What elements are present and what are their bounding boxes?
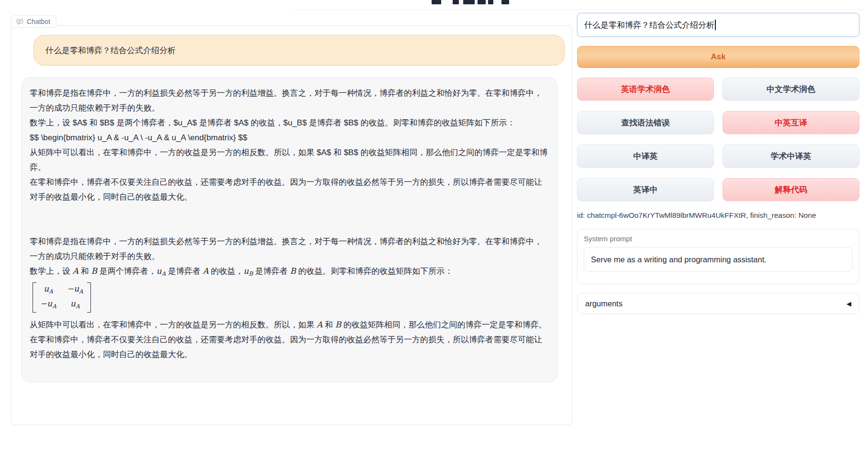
arguments-accordion-label: arguments: [585, 299, 623, 308]
button-explain-code[interactable]: 解释代码: [723, 178, 859, 201]
completion-status-text: id: chatcmpl-6wOo7KrYTwMl89lbrMWRu4UkFFX…: [577, 211, 859, 220]
button-zh-en-mutual-translate[interactable]: 中英互译: [723, 111, 859, 134]
bot-raw-paragraph-4: 在零和博弈中，博弈者不仅要关注自己的收益，还需要考虑对手的收益。因为一方取得的收…: [30, 175, 549, 204]
arguments-accordion[interactable]: arguments ◀: [577, 293, 859, 314]
matrix-left-bracket: [33, 282, 36, 313]
accordion-collapse-icon: ◀: [846, 300, 851, 307]
chat-bubble-icon: [16, 18, 23, 25]
bot-rendered-paragraph-4: 在零和博弈中，博弈者不仅要关注自己的收益，还需要考虑对手的收益。因为一方取得的收…: [30, 332, 549, 362]
chatbot-label-tab: Chatbot: [11, 15, 56, 28]
matrix-cell-r2c2: uA: [67, 298, 83, 312]
app-root: Chatbot 什么是零和博弈？结合公式介绍分析 零和博弈是指在博弈中，一方的利…: [0, 0, 868, 460]
question-input[interactable]: 什么是零和博弈？结合公式介绍分析: [577, 13, 859, 37]
quick-action-grid: 英语学术润色 中文学术润色 查找语法错误 中英互译 中译英 学术中译英 英译中 …: [577, 78, 859, 201]
matrix-right-bracket: [87, 282, 91, 313]
chatbot-panel: Chatbot 什么是零和博弈？结合公式介绍分析 零和博弈是指在博弈中，一方的利…: [11, 25, 572, 425]
bot-rendered-matrix: uA −uA −uA uA: [30, 281, 549, 317]
user-message-bubble: 什么是零和博弈？结合公式介绍分析: [33, 35, 565, 66]
clipped-page-title-glyphs: [430, 0, 516, 4]
bot-rendered-paragraph-1: 零和博弈是指在博弈中，一方的利益损失必然等于另一方的利益增益。换言之，对于每一种…: [30, 234, 549, 264]
bot-rendered-paragraph-2: 数学上，设 A 和 B 是两个博弈者，uA 是博弈者 A 的收益，uB 是博弈者…: [30, 264, 549, 281]
text-cursor: [715, 20, 716, 30]
question-input-value: 什么是零和博弈？结合公式介绍分析: [584, 20, 714, 31]
matrix-cell-r2c1: −uA: [40, 298, 56, 312]
button-find-grammar-errors[interactable]: 查找语法错误: [577, 111, 714, 134]
header-divider: [293, 10, 864, 10]
system-prompt-input[interactable]: Serve me as a writing and programming as…: [584, 247, 853, 272]
bot-raw-formula: $$ \begin{bmatrix} u_A & -u_A \ -u_A & u…: [30, 130, 549, 145]
button-zh-to-en[interactable]: 中译英: [577, 145, 714, 168]
system-prompt-value: Serve me as a writing and programming as…: [591, 255, 767, 264]
ask-button[interactable]: Ask: [577, 46, 859, 68]
matrix-cell-r1c2: −uA: [67, 283, 83, 297]
matrix-cell-r1c1: uA: [40, 283, 56, 297]
chatbot-label-text: Chatbot: [27, 18, 50, 25]
button-academic-zh-to-en[interactable]: 学术中译英: [723, 145, 859, 168]
user-message-text: 什么是零和博弈？结合公式介绍分析: [45, 43, 176, 58]
button-en-to-zh[interactable]: 英译中: [577, 178, 714, 201]
system-prompt-card: System prompt Serve me as a writing and …: [577, 229, 859, 284]
button-chinese-academic-polish[interactable]: 中文学术润色: [723, 78, 859, 101]
bot-raw-paragraph-1: 零和博弈是指在博弈中，一方的利益损失必然等于另一方的利益增益。换言之，对于每一种…: [30, 86, 549, 115]
button-english-academic-polish[interactable]: 英语学术润色: [577, 78, 714, 101]
bot-raw-paragraph-2: 数学上，设 $A$ 和 $B$ 是两个博弈者，$u_A$ 是博弈者 $A$ 的收…: [30, 115, 549, 130]
bot-message-section-gap: [30, 204, 549, 234]
bot-raw-paragraph-3: 从矩阵中可以看出，在零和博弈中，一方的收益是另一方的相反数。所以，如果 $A$ …: [30, 145, 549, 175]
system-prompt-label: System prompt: [584, 235, 853, 243]
bot-rendered-paragraph-3: 从矩阵中可以看出，在零和博弈中，一方的收益是另一方的相反数。所以，如果 A 和 …: [30, 317, 549, 332]
bot-message-bubble: 零和博弈是指在博弈中，一方的利益损失必然等于另一方的利益增益。换言之，对于每一种…: [22, 77, 557, 382]
